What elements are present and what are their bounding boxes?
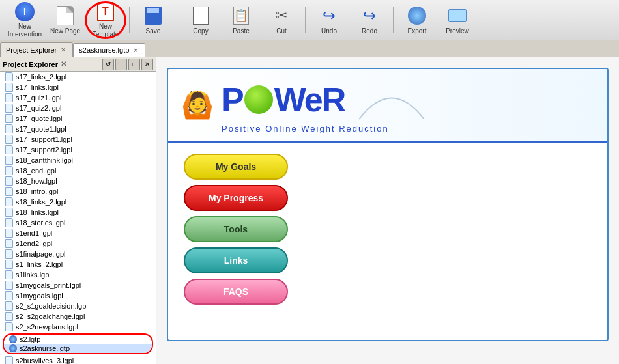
power-page: 🙆 P WeR Positive Online Weight Reduction bbox=[167, 68, 609, 341]
file-name: s1mygoals.lgpl bbox=[16, 292, 63, 300]
file-item[interactable]: s1_links_2.lgpl bbox=[0, 259, 156, 270]
file-item[interactable]: s17_links.lgpl bbox=[0, 82, 156, 92]
separator-3 bbox=[305, 7, 306, 33]
undo-icon: ↩ bbox=[323, 7, 336, 25]
power-figure: 🙆 bbox=[181, 90, 214, 120]
file-name: s17_support1.lgpl bbox=[16, 135, 72, 143]
file-item[interactable]: s18_intro.lgpl bbox=[0, 186, 156, 197]
preview-button[interactable]: Preview bbox=[438, 3, 477, 38]
file-icon bbox=[5, 312, 13, 321]
s2asknurse-tab[interactable]: s2asknurse.lgtp ✕ bbox=[73, 43, 145, 57]
explorer-maximize-button[interactable]: □ bbox=[128, 59, 140, 70]
file-icon bbox=[5, 187, 13, 196]
file-item[interactable]: s17_support1.lgpl bbox=[0, 134, 156, 145]
file-item[interactable]: s18_cantthink.lgpl bbox=[0, 155, 156, 165]
file-icon bbox=[5, 356, 13, 364]
export-label: Export bbox=[408, 27, 427, 35]
new-template-button[interactable]: T NewTemplate bbox=[86, 3, 125, 38]
file-name: s1finalpage.lgpl bbox=[16, 250, 65, 258]
project-explorer-tab-label: Project Explorer bbox=[6, 46, 57, 54]
copy-icon bbox=[193, 7, 209, 25]
cut-button[interactable]: ✂ Cut bbox=[262, 3, 301, 38]
redo-label: Redo bbox=[362, 27, 377, 35]
file-item[interactable]: s1links.lgpl bbox=[0, 270, 156, 280]
file-name: s18_how.lgpl bbox=[16, 177, 57, 185]
file-item[interactable]: s2_s2goalchange.lgpl bbox=[0, 311, 156, 322]
panels: Project Explorer ✕ ↺ − □ ✕ s17_links_2.l… bbox=[0, 57, 619, 364]
file-name: s18_cantthink.lgpl bbox=[16, 156, 73, 164]
file-item[interactable]: s2_s2newplans.lgpl bbox=[0, 322, 156, 332]
nav-button-faqs[interactable]: FAQS bbox=[184, 279, 288, 305]
file-item[interactable]: s17_quiz2.lgpl bbox=[0, 103, 156, 113]
undo-button[interactable]: ↩ Undo bbox=[310, 3, 349, 38]
nav-button-my-goals[interactable]: My Goals bbox=[184, 154, 288, 180]
nav-button-my-progress[interactable]: My Progress bbox=[184, 185, 288, 211]
explorer-close-icon[interactable]: ✕ bbox=[61, 60, 66, 68]
file-item[interactable]: s17_quote.lgpl bbox=[0, 113, 156, 124]
file-name: s17_quote.lgpl bbox=[16, 115, 63, 122]
file-item[interactable]: s17_quiz1.lgpl bbox=[0, 92, 156, 103]
explorer-title: Project Explorer bbox=[3, 61, 58, 68]
separator-4 bbox=[393, 7, 394, 33]
file-item[interactable]: s2asknurse.lgtp bbox=[4, 344, 152, 353]
new-page-button[interactable]: New Page bbox=[46, 3, 85, 38]
project-explorer-tab-close[interactable]: ✕ bbox=[59, 46, 67, 53]
file-item[interactable]: s17_links_2.lgpl bbox=[0, 72, 156, 82]
copy-button[interactable]: Copy bbox=[181, 3, 220, 38]
file-icon bbox=[5, 93, 13, 102]
file-name: s17_quiz2.lgpl bbox=[16, 104, 61, 112]
redo-button[interactable]: ↪ Redo bbox=[350, 3, 389, 38]
new-intervention-button[interactable]: I NewIntervention bbox=[5, 3, 44, 38]
file-icon bbox=[5, 260, 13, 269]
project-explorer-panel: Project Explorer ✕ ↺ − □ ✕ s17_links_2.l… bbox=[0, 57, 156, 364]
file-item[interactable]: s2.lgtp bbox=[4, 335, 152, 344]
file-icon bbox=[5, 291, 13, 300]
file-icon bbox=[5, 229, 13, 238]
file-item[interactable]: s18_end.lgpl bbox=[0, 165, 156, 176]
explorer-toolbar: ↺ − □ ✕ bbox=[102, 59, 153, 70]
file-name: s17_quiz1.lgpl bbox=[16, 94, 61, 102]
file-item[interactable]: s1finalpage.lgpl bbox=[0, 249, 156, 259]
file-item[interactable]: s1mygoals.lgpl bbox=[0, 290, 156, 301]
file-item[interactable]: s2_s1goaldecision.lgpl bbox=[0, 301, 156, 311]
file-name: s1_links_2.lgpl bbox=[16, 260, 63, 268]
s2asknurse-tab-close[interactable]: ✕ bbox=[132, 47, 139, 54]
file-item[interactable]: s2busylives_3.lgpl bbox=[0, 356, 156, 364]
file-item[interactable]: s17_quote1.lgpl bbox=[0, 124, 156, 134]
file-item[interactable]: s17_support2.lgpl bbox=[0, 145, 156, 155]
file-icon bbox=[5, 208, 13, 217]
file-name: s17_quote1.lgpl bbox=[16, 125, 66, 133]
file-name: s18_intro.lgpl bbox=[16, 188, 58, 195]
file-item[interactable]: s1mygoals_print.lgpl bbox=[0, 280, 156, 290]
nav-button-links[interactable]: Links bbox=[184, 247, 288, 273]
power-tagline: Positive Online Weight Reduction bbox=[222, 124, 431, 133]
file-name: s17_links.lgpl bbox=[16, 83, 59, 91]
explorer-sync-button[interactable]: ↺ bbox=[102, 59, 114, 70]
export-button[interactable]: Export bbox=[397, 3, 437, 38]
file-name: s18_links.lgpl bbox=[16, 208, 59, 216]
file-item[interactable]: s1end2.lgpl bbox=[0, 238, 156, 249]
cut-label: Cut bbox=[276, 27, 287, 35]
explorer-close-button[interactable]: ✕ bbox=[141, 59, 153, 70]
tabbar: Project Explorer ✕ s2asknurse.lgtp ✕ bbox=[0, 40, 619, 57]
explorer-minimize-button[interactable]: − bbox=[115, 59, 127, 70]
export-icon bbox=[408, 7, 426, 25]
file-name: s18_end.lgpl bbox=[16, 167, 56, 175]
file-item[interactable]: s1end1.lgpl bbox=[0, 228, 156, 238]
preview-label: Preview bbox=[446, 27, 469, 35]
save-button[interactable]: Save bbox=[134, 3, 173, 38]
file-icon bbox=[5, 281, 13, 290]
paste-button[interactable]: 📋 Paste bbox=[222, 3, 261, 38]
project-explorer-tab[interactable]: Project Explorer ✕ bbox=[0, 42, 73, 57]
file-icon bbox=[5, 249, 13, 259]
file-item[interactable]: s18_links_2.lgpl bbox=[0, 197, 156, 207]
file-icon bbox=[5, 301, 13, 311]
file-item[interactable]: s18_how.lgpl bbox=[0, 176, 156, 186]
nav-button-tools[interactable]: Tools bbox=[184, 216, 288, 242]
cut-icon: ✂ bbox=[276, 7, 287, 24]
power-logo: P WeR bbox=[222, 77, 431, 122]
file-icon bbox=[5, 322, 13, 331]
file-item[interactable]: s18_stories.lgpl bbox=[0, 217, 156, 228]
file-name: s18_links_2.lgpl bbox=[16, 198, 66, 206]
file-item[interactable]: s18_links.lgpl bbox=[0, 207, 156, 217]
